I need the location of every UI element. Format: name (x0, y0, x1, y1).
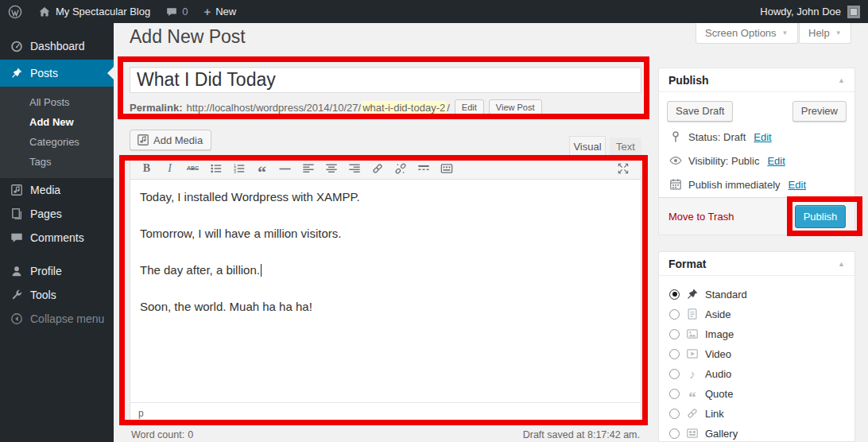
blockquote-button[interactable]: “ (251, 160, 273, 177)
format-option-audio[interactable]: ♪ Audio (669, 366, 731, 382)
align-left-button[interactable] (297, 160, 319, 177)
toolbar-toggle-button[interactable] (436, 160, 457, 177)
save-draft-button[interactable]: Save Draft (667, 101, 733, 122)
publish-panel-title: Publish (668, 74, 709, 87)
radio-link[interactable] (669, 409, 680, 419)
format-option-standard[interactable]: Standard (669, 286, 747, 302)
word-count-value: 0 (188, 429, 193, 440)
chevron-up-icon[interactable]: ▲ (838, 260, 845, 268)
plus-icon: + (203, 6, 211, 17)
radio-gallery[interactable] (669, 428, 680, 439)
format-option-aside[interactable]: Aside (669, 306, 731, 322)
sidebar-item-profile[interactable]: Profile (0, 259, 114, 283)
aside-icon (686, 308, 699, 320)
publish-panel: Publish ▲ Save Draft Preview Status: Dra… (658, 68, 855, 235)
active-menu-arrow (101, 67, 114, 79)
radio-video[interactable] (669, 349, 680, 359)
howdy-account-link[interactable]: Howdy, John Doe (760, 6, 841, 17)
sidebar-item-dashboard[interactable]: Dashboard (0, 33, 114, 60)
add-media-icon (137, 134, 149, 146)
sidebar-item-pages[interactable]: Pages (0, 202, 114, 226)
insert-link-button[interactable] (366, 160, 388, 177)
edit-schedule-link[interactable]: Edit (789, 179, 806, 191)
radio-image[interactable] (669, 329, 680, 339)
bold-button[interactable]: B (136, 160, 157, 177)
format-option-link[interactable]: Link (669, 405, 724, 421)
new-label: New (215, 6, 236, 17)
editor-paragraph-text: The day after, a billion. (140, 263, 260, 277)
wordpress-logo-icon[interactable] (0, 0, 30, 23)
gallery-icon (686, 427, 699, 440)
remove-link-button[interactable] (389, 160, 411, 177)
format-option-quote[interactable]: “ Quote (669, 386, 733, 401)
bullet-list-icon (210, 162, 223, 175)
numbered-list-icon (233, 162, 246, 175)
post-title-input[interactable] (130, 67, 641, 93)
help-tab[interactable]: Help ▼ (799, 23, 851, 44)
comments-count: 0 (182, 6, 188, 17)
text-caret (261, 264, 262, 277)
align-right-button[interactable] (343, 160, 365, 177)
publish-button[interactable]: Publish (795, 205, 846, 228)
site-name: My Spectacular Blog (56, 6, 150, 17)
horizontal-rule-button[interactable]: — (274, 160, 296, 177)
radio-audio[interactable] (669, 369, 680, 379)
schedule-label: Publish immediately (688, 179, 781, 191)
element-path[interactable]: p (138, 408, 144, 419)
publish-panel-header[interactable]: Publish ▲ (659, 68, 854, 92)
site-name-link[interactable]: My Spectacular Blog (30, 0, 158, 23)
permalink-slug[interactable]: what-i-did-today-2 (361, 101, 447, 114)
sidebar-subitem-categories[interactable]: Categories (0, 132, 114, 152)
numbered-list-button[interactable] (228, 160, 250, 177)
sidebar-subitem-all-posts[interactable]: All Posts (0, 92, 114, 112)
post-status-info: Word count:0 Draft saved at 8:17:42 am. (130, 427, 641, 442)
radio-standard[interactable] (669, 289, 680, 300)
strikethrough-button[interactable]: ABC (182, 160, 203, 177)
more-tag-button[interactable] (413, 160, 434, 177)
edit-status-link[interactable]: Edit (754, 131, 771, 143)
comments-icon (10, 231, 23, 244)
status-row: Status: Draft Edit (669, 129, 772, 145)
sidebar-subitem-tags[interactable]: Tags (0, 152, 114, 172)
sidebar-item-posts[interactable]: Posts (0, 60, 114, 87)
add-media-button[interactable]: Add Media (130, 130, 211, 150)
screen-options-tab[interactable]: Screen Options ▼ (696, 23, 798, 44)
avatar[interactable] (847, 6, 860, 18)
edit-permalink-button[interactable]: Edit (455, 99, 484, 115)
link-icon (371, 162, 384, 175)
format-label: Quote (705, 388, 733, 400)
bullet-list-button[interactable] (205, 160, 227, 177)
format-panel-header[interactable]: Format ▲ (659, 252, 854, 276)
editor-toolbar: B I ABC “ — (130, 157, 641, 180)
editor-paragraph: Soon, the world. Muah ha ha ha! (140, 297, 631, 316)
sidebar-subitem-add-new[interactable]: Add New (0, 112, 114, 132)
align-center-button[interactable] (320, 160, 342, 177)
radio-aside[interactable] (669, 309, 680, 320)
radio-quote[interactable] (669, 389, 680, 399)
editor-content[interactable]: Today, I installed Wordpress with XAMPP.… (130, 180, 641, 402)
admin-bar-comments[interactable]: 0 (158, 0, 196, 23)
fullscreen-button[interactable] (612, 160, 634, 177)
eye-icon (669, 154, 682, 167)
move-to-trash-link[interactable]: Move to Trash (668, 211, 734, 223)
format-option-gallery[interactable]: Gallery (669, 425, 738, 441)
tab-visual[interactable]: Visual (569, 136, 606, 157)
quote-icon: “ (686, 388, 699, 400)
video-icon (686, 347, 699, 360)
new-content-menu[interactable]: + New (196, 0, 244, 23)
admin-menu-sidebar: Dashboard Posts All Posts Add New Catego… (0, 23, 114, 442)
format-option-video[interactable]: Video (669, 346, 731, 362)
tab-text[interactable]: Text (610, 138, 641, 157)
sidebar-item-collapse-menu[interactable]: Collapse menu (0, 307, 114, 331)
edit-visibility-link[interactable]: Edit (767, 155, 785, 167)
chevron-up-icon[interactable]: ▲ (838, 76, 845, 84)
format-option-image[interactable]: Image (669, 326, 734, 342)
italic-button[interactable]: I (159, 160, 180, 177)
sidebar-item-tools[interactable]: Tools (0, 283, 114, 307)
editor-paragraph: Tomorrow, I will have a million visitors… (140, 224, 631, 242)
view-post-button[interactable]: View Post (489, 99, 542, 115)
sidebar-item-media[interactable]: Media (0, 178, 114, 202)
wrench-icon (10, 289, 23, 301)
preview-button[interactable]: Preview (792, 101, 847, 122)
sidebar-item-comments[interactable]: Comments (0, 226, 114, 250)
